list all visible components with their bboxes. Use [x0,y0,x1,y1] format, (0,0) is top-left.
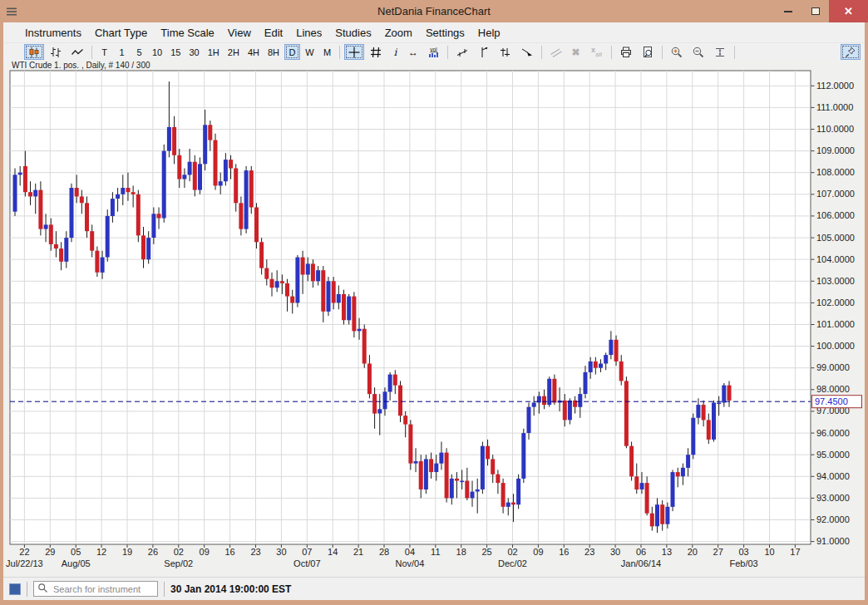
delete-icon: ✖ [571,47,579,58]
svg-text:all: all [595,51,602,58]
toolbar-separator [447,46,448,59]
svg-text:110.0000: 110.0000 [816,124,854,134]
maximize-button[interactable] [801,0,829,22]
grid-toggle[interactable] [366,44,386,60]
vertical-line-icon [477,46,491,59]
svg-text:Dec/02: Dec/02 [498,558,527,568]
candlestick-chart[interactable]: 91.000092.000093.000094.000095.000096.00… [3,61,865,577]
svg-text:104.0000: 104.0000 [816,254,855,264]
channel-tool[interactable] [496,44,515,60]
timescale-8h[interactable]: 8H [264,44,283,60]
timescale-4h[interactable]: 4H [244,44,263,60]
parallel-lines-tool[interactable] [546,44,566,60]
svg-text:97.4500: 97.4500 [815,396,848,406]
menu-settings[interactable]: Settings [419,24,471,42]
fit-vertical-icon [713,46,727,59]
crosshair-tool[interactable] [344,44,364,60]
timescale-5min[interactable]: 5 [131,44,147,60]
svg-text:02: 02 [174,547,184,557]
delete-line[interactable]: ✖ [568,44,584,60]
close-button[interactable]: ✕ [829,0,868,22]
app-window: NetDania FinanceChart ✕ InstrumentsChart… [0,0,868,605]
search-icon [37,582,48,597]
zoom-in-button[interactable] [667,44,687,60]
scroll-horizontal[interactable]: ↔ [405,44,422,60]
fit-vertical-button[interactable] [710,44,730,60]
svg-text:17: 17 [790,547,800,557]
timescale-monthly[interactable]: M [319,44,335,60]
grid-icon [369,46,382,59]
svg-text:102.0000: 102.0000 [816,298,855,307]
svg-text:16: 16 [224,547,234,557]
search-box[interactable] [33,581,158,597]
timescale-15min[interactable]: 15 [167,44,184,60]
svg-text:09: 09 [533,547,543,557]
svg-text:09: 09 [200,547,210,557]
menu-instruments[interactable]: Instruments [18,24,88,42]
svg-text:Jul/22/13: Jul/22/13 [6,558,43,568]
info-tool[interactable]: i [387,44,403,60]
trend-line-tool[interactable] [452,44,472,60]
svg-text:16: 16 [559,547,569,557]
menu-help[interactable]: Help [471,24,507,42]
search-input[interactable] [52,583,154,595]
svg-text:07: 07 [302,547,312,557]
menu-view[interactable]: View [221,24,258,42]
zoom-out-icon [692,46,705,59]
volume-icon: vol [427,46,440,59]
minimize-icon [784,11,792,12]
svg-text:05: 05 [71,547,81,557]
svg-text:105.0000: 105.0000 [816,233,855,243]
svg-text:29: 29 [45,547,55,557]
candlestick-icon [27,46,41,59]
svg-text:27: 27 [713,547,723,557]
volume-toggle[interactable]: vol [423,44,443,60]
svg-text:03: 03 [738,547,748,557]
chart-type-bars[interactable] [46,44,66,60]
chart-type-candlestick[interactable] [24,44,44,60]
menu-studies[interactable]: Studies [328,24,377,42]
menu-chart-type[interactable]: Chart Type [88,24,154,42]
minimize-button[interactable] [774,0,801,22]
title-bar: NetDania FinanceChart ✕ [0,0,868,22]
menu-time-scale[interactable]: Time Scale [154,24,221,42]
svg-text:06: 06 [636,547,646,557]
timescale-tick[interactable]: T [96,44,112,60]
menu-zoom[interactable]: Zoom [378,24,419,42]
svg-text:Nov/04: Nov/04 [395,558,424,568]
timescale-1h[interactable]: 1H [205,44,223,60]
menu-edit[interactable]: Edit [258,24,289,42]
print-preview-button[interactable] [638,44,658,60]
svg-text:103.0000: 103.0000 [816,276,855,286]
instrument-list-icon[interactable] [9,583,21,595]
svg-text:28: 28 [379,547,389,557]
svg-text:92.0000: 92.0000 [816,514,850,524]
svg-text:25: 25 [481,547,491,557]
svg-text:94.0000: 94.0000 [816,471,850,481]
parallel-lines-icon [550,46,563,59]
timescale-30min[interactable]: 30 [186,44,203,60]
svg-text:98.0000: 98.0000 [816,384,850,394]
ohlc-bars-icon [49,46,62,59]
chart-type-line[interactable] [67,44,87,60]
svg-text:22: 22 [19,547,29,557]
timescale-daily[interactable]: D [284,44,300,60]
pin-toolbar-button[interactable] [841,44,861,60]
svg-text:30: 30 [276,547,286,557]
timescale-2h[interactable]: 2H [224,44,243,60]
svg-text:10: 10 [764,547,774,557]
timescale-weekly[interactable]: W [302,44,318,60]
menu-lines[interactable]: Lines [289,24,328,42]
delete-all-lines[interactable]: xall [585,44,607,60]
vertical-line-tool[interactable] [474,44,494,60]
svg-text:Jan/06/14: Jan/06/14 [621,558,661,568]
timescale-1min[interactable]: 1 [114,44,130,60]
svg-text:23: 23 [584,547,594,557]
svg-text:13: 13 [662,547,672,557]
timescale-10min[interactable]: 10 [149,44,165,60]
zoom-out-button[interactable] [688,44,708,60]
toolbar-separator [662,46,663,59]
print-button[interactable] [616,44,636,60]
arrow-tool[interactable] [517,44,537,60]
quote-timestamp: 30 Jan 2014 19:00:00 EST [170,583,291,595]
